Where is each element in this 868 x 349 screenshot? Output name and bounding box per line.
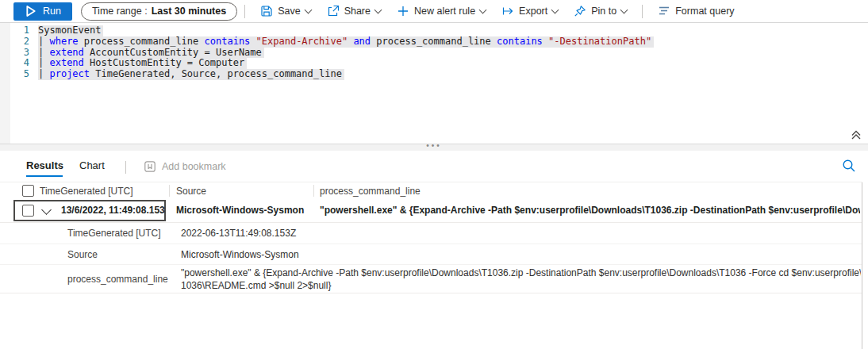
detail-value-multiline: "powershell.exe" & {Expand-Archive -Path…	[181, 267, 861, 292]
code-line[interactable]: 5| project TimeGenerated, Source, proces…	[0, 69, 868, 80]
line-number: 5	[0, 69, 38, 80]
code-lines: 1SysmonEvent2| where process_command_lin…	[0, 25, 868, 80]
detail-label: process_command_line	[67, 274, 168, 285]
new-alert-rule-label: New alert rule	[414, 6, 475, 17]
table-row[interactable]: 13/6/2022, 11:49:08.153 Microsoft-Window…	[0, 200, 862, 223]
detail-label: TimeGenerated [UTC]	[67, 228, 161, 239]
code-line[interactable]: 3| extend AccountCustomEntity = UserName	[0, 48, 868, 59]
time-range-picker[interactable]: Time range : Last 30 minutes	[81, 2, 237, 21]
format-query-label: Format query	[675, 6, 734, 17]
line-text: | where process_command_line contains "E…	[38, 36, 654, 48]
detail-row-process-command-line[interactable]: process_command_line "powershell.exe" & …	[0, 265, 862, 293]
detail-value: Microsoft-Windows-Sysmon	[181, 249, 299, 260]
double-chevron-up-icon	[850, 128, 862, 141]
toolbar-divider	[642, 5, 643, 18]
time-range-value: Last 30 minutes	[152, 6, 226, 17]
results-grid-header: TimeGenerated [UTC] Source process_comma…	[0, 182, 862, 201]
tabs-divider	[125, 161, 126, 174]
pin-to-button[interactable]: Pin to	[566, 0, 635, 22]
grid-right-border	[862, 182, 862, 349]
run-button[interactable]: Run	[13, 2, 72, 21]
chevron-down-icon	[304, 6, 312, 14]
new-alert-rule-button[interactable]: New alert rule	[389, 0, 494, 22]
code-line[interactable]: 2| where process_command_line contains "…	[0, 36, 868, 48]
pin-to-label: Pin to	[591, 6, 616, 17]
export-button[interactable]: Export	[494, 0, 566, 22]
kql-query-editor[interactable]: 1SysmonEvent2| where process_command_lin…	[0, 23, 868, 144]
row-checkbox[interactable]	[22, 205, 34, 217]
line-number: 4	[0, 58, 38, 69]
search-icon	[842, 159, 856, 173]
save-label: Save	[278, 6, 301, 17]
code-line[interactable]: 4| extend HostCustomEntity = Computer	[0, 58, 868, 69]
search-results-button[interactable]	[841, 159, 857, 174]
row-expand-chevron-icon[interactable]	[41, 205, 52, 215]
run-label: Run	[43, 6, 61, 17]
format-query-button[interactable]: Format query	[650, 0, 742, 22]
share-label: Share	[344, 6, 371, 17]
chevron-down-icon	[620, 6, 628, 14]
line-text: SysmonEvent	[38, 25, 103, 36]
add-bookmark-button[interactable]: Add bookmark	[139, 159, 231, 174]
select-all-checkbox[interactable]	[22, 185, 34, 197]
detail-value: 2022-06-13T11:49:08.153Z	[181, 228, 296, 239]
detail-row-source[interactable]: Source Microsoft-Windows-Sysmon	[0, 244, 862, 265]
drag-dots-icon: •••	[426, 141, 442, 150]
line-text: | extend HostCustomEntity = Computer	[38, 58, 247, 69]
line-text: | extend AccountCustomEntity = UserName	[38, 48, 264, 59]
add-bookmark-label: Add bookmark	[162, 161, 226, 172]
play-icon	[25, 5, 37, 17]
save-icon	[260, 5, 273, 17]
export-icon	[501, 5, 514, 17]
panel-resize-handle[interactable]: •••	[0, 144, 868, 151]
share-icon	[327, 5, 340, 17]
cell-process-command-line[interactable]: "powershell.exe" & {Expand-Archive -Path…	[320, 200, 860, 221]
line-number: 1	[0, 25, 38, 36]
column-separator[interactable]	[169, 185, 170, 197]
detail-label: Source	[67, 249, 98, 260]
active-tab-underline	[26, 175, 63, 177]
detail-value-line: "powershell.exe" & {Expand-Archive -Path…	[181, 267, 861, 280]
time-range-label: Time range :	[92, 6, 148, 17]
tab-chart[interactable]: Chart	[79, 159, 105, 171]
share-button[interactable]: Share	[319, 0, 389, 22]
plus-icon	[397, 5, 409, 17]
column-header-timegenerated[interactable]: TimeGenerated [UTC]	[40, 182, 133, 200]
pin-icon	[574, 5, 586, 17]
cell-timegenerated[interactable]: 13/6/2022, 11:49:08.153	[61, 200, 165, 221]
collapse-panel-button[interactable]	[849, 128, 863, 143]
detail-value-line: 1036\README.cmd >$null 2>$null}	[181, 280, 861, 293]
detail-row-timegenerated[interactable]: TimeGenerated [UTC] 2022-06-13T11:49:08.…	[0, 223, 862, 244]
chevron-down-icon	[551, 6, 559, 14]
line-number: 2	[0, 36, 38, 48]
chevron-down-icon	[479, 6, 487, 14]
save-button[interactable]: Save	[252, 0, 319, 22]
query-toolbar: Run Time range : Last 30 minutes Save Sh…	[0, 0, 868, 23]
export-label: Export	[519, 6, 547, 17]
column-header-process-command-line[interactable]: process_command_line	[320, 182, 421, 200]
code-line[interactable]: 1SysmonEvent	[0, 25, 868, 36]
chevron-down-icon	[374, 6, 382, 14]
line-text: | project TimeGenerated, Source, process…	[38, 69, 344, 80]
column-header-source[interactable]: Source	[176, 182, 206, 200]
column-separator[interactable]	[313, 185, 314, 197]
line-number: 3	[0, 48, 38, 59]
bookmark-icon	[144, 160, 156, 173]
tab-results[interactable]: Results	[26, 159, 63, 171]
cell-source[interactable]: Microsoft-Windows-Sysmon	[176, 200, 304, 221]
toolbar-divider	[244, 5, 245, 18]
format-lines-icon	[658, 5, 670, 17]
